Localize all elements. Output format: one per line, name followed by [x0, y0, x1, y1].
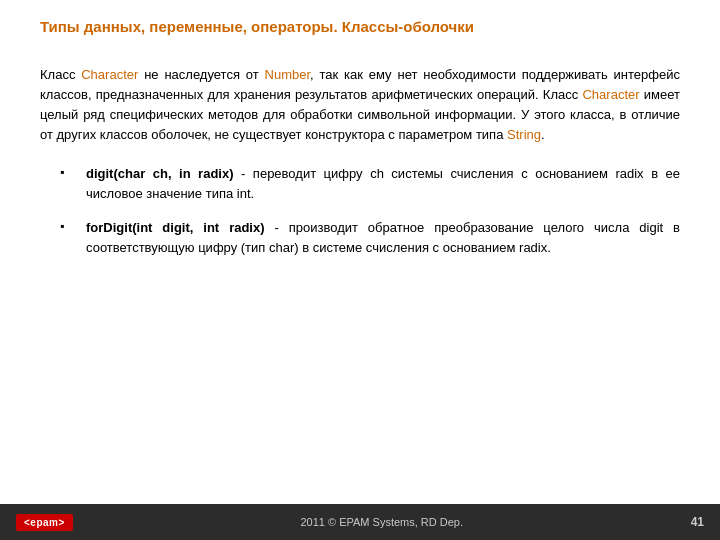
slide-title: Типы данных, переменные, операторы. Клас…: [40, 18, 680, 35]
text-before-char1: Класс: [40, 67, 81, 82]
slide-content: Класс Character не наследуется от Number…: [0, 45, 720, 504]
bullet-icon: ▪: [60, 165, 78, 179]
list-item: ▪ digit(char ch, in radix) - переводит ц…: [60, 164, 680, 204]
footer-logo: <epam>: [16, 514, 73, 531]
epam-logo: <epam>: [16, 514, 73, 531]
slide-header: Типы данных, переменные, операторы. Клас…: [0, 0, 720, 45]
keyword-number: Number: [265, 67, 311, 82]
footer-page-number: 41: [691, 515, 704, 529]
footer-copyright: 2011 © EPAM Systems, RD Dep.: [300, 516, 463, 528]
text-end: .: [541, 127, 545, 142]
keyword-character-1: Character: [81, 67, 138, 82]
slide-footer: <epam> 2011 © EPAM Systems, RD Dep. 41: [0, 504, 720, 540]
text-mid1: не наследуется от: [138, 67, 264, 82]
method-code-2: forDigit(int digit, int radix): [86, 220, 265, 235]
list-item: ▪ forDigit(int digit, int radix) - произ…: [60, 218, 680, 258]
list-item-text-2: forDigit(int digit, int radix) - произво…: [86, 218, 680, 258]
keyword-character-2: Character: [582, 87, 639, 102]
keyword-string: String: [507, 127, 541, 142]
slide: Типы данных, переменные, операторы. Клас…: [0, 0, 720, 540]
method-code-1: digit(char ch, in radix): [86, 166, 234, 181]
method-list: ▪ digit(char ch, in radix) - переводит ц…: [40, 164, 680, 259]
main-paragraph: Класс Character не наследуется от Number…: [40, 65, 680, 146]
bullet-icon: ▪: [60, 219, 78, 233]
list-item-text-1: digit(char ch, in radix) - переводит циф…: [86, 164, 680, 204]
